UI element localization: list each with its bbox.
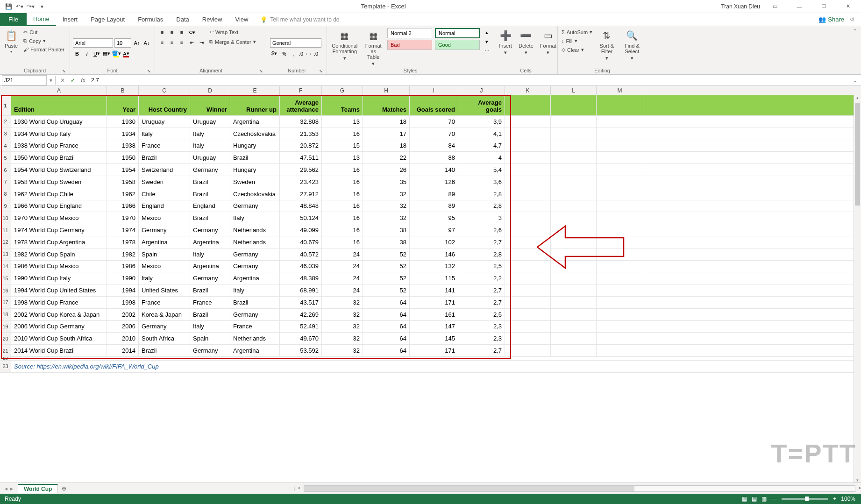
cell[interactable]: 1958 bbox=[107, 176, 139, 188]
cell[interactable]: 16 bbox=[322, 224, 363, 236]
save-icon[interactable]: 💾 bbox=[5, 3, 12, 10]
cell[interactable] bbox=[597, 140, 643, 152]
cell[interactable]: 1990 World Cup Italy bbox=[11, 272, 107, 284]
cell[interactable]: 2,8 bbox=[458, 188, 505, 200]
cell[interactable] bbox=[597, 272, 643, 284]
cell[interactable]: Argentina bbox=[230, 116, 280, 128]
cell[interactable]: 2,7 bbox=[458, 345, 505, 356]
cell[interactable]: 43.517 bbox=[280, 297, 322, 308]
horizontal-scrollbar[interactable]: ◂ ▸ bbox=[304, 485, 855, 492]
cell[interactable]: 2010 World Cup South Africa bbox=[11, 333, 107, 344]
cell[interactable]: Germany bbox=[139, 224, 190, 236]
view-normal-button[interactable]: ▦ bbox=[742, 496, 747, 502]
row-header[interactable]: 21 bbox=[0, 345, 11, 356]
cell[interactable] bbox=[597, 224, 643, 236]
cell[interactable]: 145 bbox=[410, 333, 458, 344]
tab-home[interactable]: Home bbox=[27, 13, 56, 26]
cell[interactable] bbox=[505, 212, 551, 224]
cell[interactable]: Spain bbox=[139, 248, 190, 260]
clipboard-launcher[interactable]: ⬊ bbox=[62, 69, 66, 73]
cell[interactable]: Brazil bbox=[139, 345, 190, 356]
cell[interactable]: Germany bbox=[190, 164, 230, 176]
tab-formulas[interactable]: Formulas bbox=[131, 13, 170, 26]
qat-customize-icon[interactable]: ▾ bbox=[38, 3, 46, 10]
cell[interactable] bbox=[551, 176, 597, 188]
cell[interactable] bbox=[551, 140, 597, 152]
cell[interactable]: 64 bbox=[363, 345, 410, 356]
cell[interactable] bbox=[597, 309, 643, 320]
cell[interactable]: Brazil bbox=[190, 176, 230, 188]
cell[interactable]: 1958 World Cup Sweden bbox=[11, 176, 107, 188]
tab-insert[interactable]: Insert bbox=[56, 13, 85, 26]
cell[interactable] bbox=[597, 297, 643, 308]
column-header[interactable]: B bbox=[107, 86, 139, 95]
tab-file[interactable]: File bbox=[0, 13, 27, 26]
cell[interactable]: 161 bbox=[410, 309, 458, 320]
row-header[interactable]: 22 bbox=[0, 357, 11, 360]
cell[interactable]: 95 bbox=[410, 212, 458, 224]
styles-scroll-down[interactable]: ▾ bbox=[483, 37, 491, 46]
cell[interactable]: Germany bbox=[190, 224, 230, 236]
tell-me[interactable]: 💡 Tell me what you want to do bbox=[260, 16, 339, 23]
header-cell[interactable]: Year bbox=[107, 95, 139, 115]
format-as-table-button[interactable]: ▦ Format as Table▾ bbox=[363, 28, 384, 68]
header-cell[interactable]: Edition bbox=[11, 95, 107, 115]
cell[interactable]: 3 bbox=[458, 212, 505, 224]
cell[interactable]: 64 bbox=[363, 333, 410, 344]
cell[interactable]: 13 bbox=[322, 116, 363, 128]
cell[interactable]: Italy bbox=[139, 272, 190, 284]
cell[interactable]: 16 bbox=[322, 212, 363, 224]
row-header[interactable]: 10 bbox=[0, 212, 11, 224]
cell[interactable]: 52.491 bbox=[280, 321, 322, 333]
row-header[interactable]: 23 bbox=[0, 361, 11, 372]
cell[interactable]: 23.423 bbox=[280, 176, 322, 188]
cell[interactable] bbox=[505, 248, 551, 260]
cell[interactable] bbox=[597, 321, 643, 333]
cancel-formula-button[interactable]: ✕ bbox=[57, 77, 68, 84]
cell[interactable]: 64 bbox=[363, 321, 410, 333]
cell[interactable] bbox=[505, 309, 551, 320]
cell[interactable]: 84 bbox=[410, 140, 458, 152]
cell[interactable]: 4 bbox=[458, 152, 505, 163]
add-sheet-button[interactable]: ⊕ bbox=[58, 485, 70, 492]
cell[interactable]: 52 bbox=[363, 272, 410, 284]
cell[interactable]: 16 bbox=[322, 176, 363, 188]
row-header[interactable]: 11 bbox=[0, 224, 11, 236]
cell[interactable]: 1950 World Cup Brazil bbox=[11, 152, 107, 163]
cell[interactable]: 1978 World Cup Argentina bbox=[11, 236, 107, 248]
cell[interactable]: 24 bbox=[322, 272, 363, 284]
formula-input[interactable]: 2,7 bbox=[88, 77, 849, 84]
cell[interactable]: 2,5 bbox=[458, 261, 505, 272]
cell[interactable]: Netherlands bbox=[230, 236, 280, 248]
column-header[interactable]: M bbox=[597, 86, 643, 95]
cell[interactable] bbox=[597, 128, 643, 140]
cell[interactable]: Italy bbox=[139, 128, 190, 140]
cell[interactable]: 49.099 bbox=[280, 224, 322, 236]
cell[interactable]: 1998 bbox=[107, 297, 139, 308]
cell[interactable]: 1954 World Cup Switzerland bbox=[11, 164, 107, 176]
row-header[interactable]: 13 bbox=[0, 248, 11, 260]
tab-review[interactable]: Review bbox=[196, 13, 229, 26]
sheet-tab-worldcup[interactable]: World Cup bbox=[18, 484, 58, 493]
close-button[interactable]: ✕ bbox=[839, 0, 857, 13]
cell[interactable]: Brazil bbox=[190, 284, 230, 296]
cell[interactable]: Netherlands bbox=[230, 333, 280, 344]
cell[interactable] bbox=[597, 248, 643, 260]
cell[interactable]: 146 bbox=[410, 248, 458, 260]
cell[interactable]: 89 bbox=[410, 200, 458, 212]
cell[interactable]: 24 bbox=[322, 248, 363, 260]
cell[interactable]: Italy bbox=[230, 284, 280, 296]
cell[interactable]: Brazil bbox=[139, 152, 190, 163]
cell[interactable] bbox=[551, 248, 597, 260]
view-page-layout-button[interactable]: ▤ bbox=[752, 496, 757, 502]
cell[interactable]: 16 bbox=[322, 200, 363, 212]
cell[interactable]: 102 bbox=[410, 236, 458, 248]
underline-button[interactable]: U▾ bbox=[93, 50, 101, 58]
vertical-scrollbar[interactable]: ▴ ▾ bbox=[854, 95, 861, 483]
select-all-corner[interactable] bbox=[0, 86, 11, 95]
format-painter-button[interactable]: 🖌Format Painter bbox=[22, 46, 65, 53]
cell[interactable]: 18 bbox=[363, 140, 410, 152]
number-format-select[interactable] bbox=[270, 38, 321, 48]
cell[interactable] bbox=[597, 116, 643, 128]
cell[interactable] bbox=[597, 284, 643, 296]
